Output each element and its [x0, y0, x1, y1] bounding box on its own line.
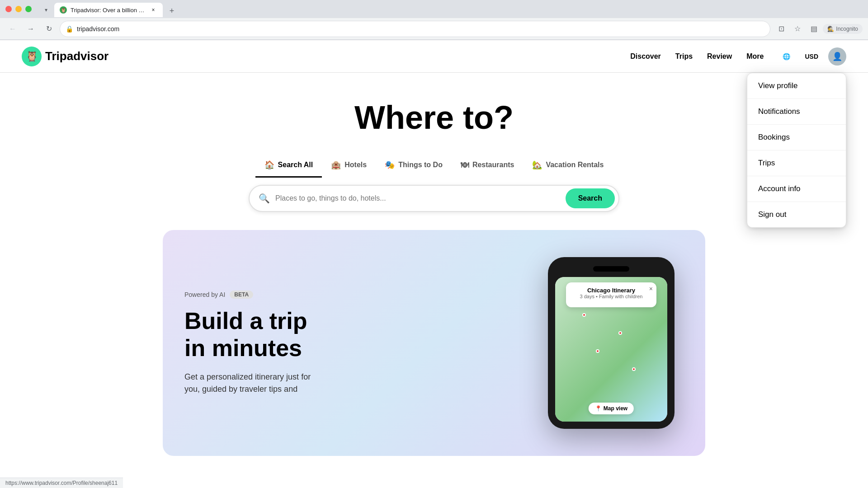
search-bar-wrapper: 🔍 Search — [0, 185, 868, 212]
nav-discover[interactable]: Discover — [630, 49, 661, 64]
search-button[interactable]: Search — [566, 188, 615, 208]
site-header: 🦉 Tripadvisor Discover Trips Review More… — [0, 40, 868, 73]
tab-things-to-do[interactable]: 🎭 Things to Do — [376, 154, 452, 178]
things-to-do-icon: 🎭 — [385, 160, 395, 170]
phone-card-title: Chicago Itinerary — [573, 287, 649, 294]
tab-scroll-back[interactable]: ▾ — [39, 3, 53, 17]
ai-beta-badge: BETA — [230, 291, 253, 299]
dropdown-item-bookings[interactable]: Bookings — [747, 125, 846, 150]
user-dropdown-menu: View profile Notifications Bookings Trip… — [747, 73, 846, 228]
ai-title: Build a trip in minutes — [184, 308, 521, 362]
tab-vacation-rentals[interactable]: 🏡 Vacation Rentals — [523, 154, 613, 178]
vacation-rentals-label: Vacation Rentals — [546, 161, 604, 169]
active-tab[interactable]: 🦉 Tripadvisor: Over a billion revie... × — [54, 3, 163, 17]
search-input[interactable] — [275, 194, 560, 202]
ai-section: Powered by AI BETA Build a trip in minut… — [163, 230, 705, 456]
header-actions: 🌐 USD 👤 — [778, 47, 846, 66]
dropdown-item-sign-out[interactable]: Sign out — [747, 202, 846, 227]
ai-powered-label: Powered by AI — [184, 291, 225, 298]
window-maximize-button[interactable]: + — [25, 6, 32, 12]
search-icon: 🔍 — [259, 193, 270, 204]
language-button[interactable]: 🌐 — [778, 50, 795, 63]
tab-title: Tripadvisor: Over a billion revie... — [71, 7, 146, 14]
browser-chrome: × − + ▾ 🦉 Tripadvisor: Over a billion re… — [0, 0, 868, 40]
dropdown-item-account-info[interactable]: Account info — [747, 176, 846, 202]
screenshare-icon[interactable]: ⊡ — [774, 22, 788, 36]
search-all-label: Search All — [278, 161, 313, 169]
nav-more[interactable]: More — [746, 49, 764, 64]
toolbar-actions: ⊡ ☆ ▤ 🕵 Incognito — [774, 22, 863, 36]
phone-notch — [593, 266, 629, 272]
avatar-icon: 👤 — [832, 52, 842, 61]
ai-phone-mockup: × Chicago Itinerary 3 days • Family with… — [539, 257, 684, 429]
phone-card-close[interactable]: × — [649, 285, 653, 292]
dropdown-item-notifications[interactable]: Notifications — [747, 99, 846, 125]
nav-trips[interactable]: Trips — [675, 49, 693, 64]
hero-title: Where to? — [9, 100, 859, 136]
map-pin-1 — [582, 313, 586, 317]
new-tab-button[interactable]: + — [165, 5, 178, 17]
incognito-badge: 🕵 Incognito — [823, 24, 863, 34]
hotels-label: Hotels — [344, 161, 367, 169]
tab-restaurants[interactable]: 🍽 Restaurants — [452, 154, 523, 178]
logo-owl-icon: 🦉 — [22, 47, 42, 66]
browser-status-bar: https://www.tripadvisor.com/Profile/shee… — [0, 478, 123, 488]
lock-icon: 🔒 — [66, 25, 73, 33]
ai-content: Powered by AI BETA Build a trip in minut… — [184, 291, 521, 395]
map-pin-2 — [618, 331, 622, 335]
tab-search-all[interactable]: 🏠 Search All — [255, 154, 322, 178]
address-bar[interactable]: 🔒 tripadvisor.com — [60, 21, 770, 37]
window-close-button[interactable]: × — [5, 6, 12, 12]
incognito-icon: 🕵 — [827, 26, 834, 32]
search-tabs: 🏠 Search All 🏨 Hotels 🎭 Things to Do 🍽 R… — [0, 154, 868, 178]
tab-hotels[interactable]: 🏨 Hotels — [322, 154, 376, 178]
vacation-rentals-icon: 🏡 — [532, 160, 542, 170]
tab-favicon: 🦉 — [60, 6, 67, 14]
dropdown-item-view-profile[interactable]: View profile — [747, 73, 846, 99]
browser-toolbar: ← → ↻ 🔒 tripadvisor.com ⊡ ☆ ▤ 🕵 Incognit… — [0, 18, 868, 40]
phone-card-subtitle: 3 days • Family with children — [573, 294, 649, 299]
currency-label: USD — [805, 53, 818, 60]
hotels-icon: 🏨 — [331, 160, 341, 170]
status-bar-url: https://www.tripadvisor.com/Profile/shee… — [5, 480, 118, 486]
restaurants-icon: 🍽 — [461, 160, 469, 170]
refresh-button[interactable]: ↻ — [42, 22, 56, 36]
search-bar: 🔍 Search — [249, 185, 619, 212]
phone-card: × Chicago Itinerary 3 days • Family with… — [566, 282, 656, 307]
map-view-button[interactable]: 📍 Map view — [589, 403, 634, 414]
things-to-do-label: Things to Do — [398, 161, 443, 169]
main-nav: Discover Trips Review More — [630, 49, 764, 64]
globe-icon: 🌐 — [783, 53, 790, 60]
dropdown-item-trips[interactable]: Trips — [747, 150, 846, 176]
search-all-icon: 🏠 — [264, 160, 274, 170]
restaurants-label: Restaurants — [472, 161, 514, 169]
phone-screen: × Chicago Itinerary 3 days • Family with… — [555, 277, 667, 422]
site-logo[interactable]: 🦉 Tripadvisor — [22, 47, 108, 66]
incognito-label: Incognito — [836, 26, 858, 32]
tab-bar: ▾ 🦉 Tripadvisor: Over a billion revie...… — [35, 1, 182, 17]
user-avatar[interactable]: 👤 — [828, 47, 846, 66]
map-pin-3 — [596, 349, 599, 353]
window-minimize-button[interactable]: − — [15, 6, 22, 12]
sidebar-toggle-button[interactable]: ▤ — [807, 22, 821, 36]
bookmark-icon[interactable]: ☆ — [790, 22, 805, 36]
phone-frame: × Chicago Itinerary 3 days • Family with… — [548, 257, 675, 429]
browser-titlebar: × − + ▾ 🦉 Tripadvisor: Over a billion re… — [0, 0, 868, 18]
map-pin-4 — [632, 367, 636, 371]
ai-badge-row: Powered by AI BETA — [184, 291, 521, 299]
ai-description: Get a personalized itinerary just for yo… — [184, 371, 521, 395]
forward-button[interactable]: → — [24, 22, 38, 36]
address-text: tripadvisor.com — [77, 25, 119, 33]
hero-section: Where to? — [0, 73, 868, 154]
tab-close-button[interactable]: × — [149, 6, 157, 14]
logo-text: Tripadvisor — [45, 49, 108, 63]
nav-review[interactable]: Review — [707, 49, 732, 64]
map-view-icon: 📍 — [595, 405, 602, 412]
map-view-label: Map view — [604, 405, 627, 412]
back-button[interactable]: ← — [5, 22, 20, 36]
currency-button[interactable]: USD — [800, 50, 823, 63]
window-controls: × − + — [5, 6, 32, 12]
tripadvisor-page: 🦉 Tripadvisor Discover Trips Review More… — [0, 40, 868, 456]
